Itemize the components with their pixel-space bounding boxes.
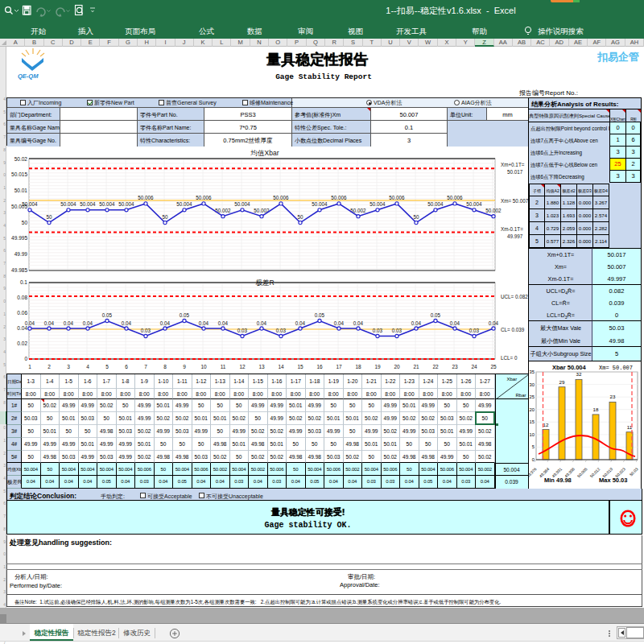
svg-text:29: 29 xyxy=(559,379,565,385)
svg-text:0.04: 0.04 xyxy=(257,320,267,326)
svg-text:15: 15 xyxy=(530,419,535,424)
svg-text:UCL= 0.082: UCL= 0.082 xyxy=(501,294,528,299)
svg-text:25: 25 xyxy=(490,364,497,369)
svg-text:0.05: 0.05 xyxy=(180,312,190,318)
svg-text:50.006: 50.006 xyxy=(196,195,212,200)
svg-text:0.04: 0.04 xyxy=(218,320,229,326)
svg-text:8: 8 xyxy=(163,364,167,369)
svg-text:Xm= 50.007: Xm= 50.007 xyxy=(599,365,633,371)
svg-text:2: 2 xyxy=(47,364,51,369)
svg-text:0.04: 0.04 xyxy=(17,325,27,331)
svg-text:50.006: 50.006 xyxy=(331,195,347,200)
svg-text:50.005: 50.005 xyxy=(576,466,588,478)
svg-text:0.03: 0.03 xyxy=(237,328,248,333)
svg-text:0.03: 0.03 xyxy=(373,328,383,333)
svg-text:12: 12 xyxy=(543,422,549,427)
svg-text:50.004: 50.004 xyxy=(466,201,482,207)
svg-text:50.004: 50.004 xyxy=(22,201,38,207)
svg-text:21: 21 xyxy=(413,364,419,369)
svg-text:50.004: 50.004 xyxy=(118,201,134,207)
svg-text:11: 11 xyxy=(221,364,226,369)
svg-text:50.006: 50.006 xyxy=(447,195,463,200)
svg-text:1: 1 xyxy=(28,364,31,369)
svg-text:50.01: 50.01 xyxy=(14,188,28,193)
svg-text:50: 50 xyxy=(297,214,303,220)
svg-text:Xm+0.1T=: Xm+0.1T= xyxy=(501,162,525,167)
svg-text:23: 23 xyxy=(610,394,616,399)
svg-text:极差R: 极差R xyxy=(255,279,274,287)
svg-text:LCL= 0: LCL= 0 xyxy=(501,355,518,361)
svg-text:0.04: 0.04 xyxy=(122,320,132,326)
svg-text:0.03: 0.03 xyxy=(276,328,287,333)
svg-text:5: 5 xyxy=(105,364,109,369)
svg-text:0.05: 0.05 xyxy=(102,312,113,318)
svg-text:50.02: 50.02 xyxy=(14,156,28,162)
svg-text:0.04: 0.04 xyxy=(334,320,345,326)
svg-text:0.04: 0.04 xyxy=(489,320,499,326)
svg-text:18: 18 xyxy=(355,364,361,369)
svg-text:Min 49.98: Min 49.98 xyxy=(544,477,572,484)
svg-text:50.017: 50.017 xyxy=(507,169,523,175)
svg-text:50.006: 50.006 xyxy=(273,195,289,200)
svg-text:49.99: 49.99 xyxy=(14,251,28,257)
svg-text:3: 3 xyxy=(67,364,70,369)
svg-text:12: 12 xyxy=(239,364,246,369)
svg-text:0.03: 0.03 xyxy=(141,328,151,333)
svg-text:0.05: 0.05 xyxy=(431,312,441,318)
svg-text:0.04: 0.04 xyxy=(353,320,364,326)
svg-text:50.015: 50.015 xyxy=(11,171,27,177)
svg-text:16: 16 xyxy=(316,364,323,369)
svg-text:0: 0 xyxy=(24,356,27,361)
svg-text:0.03: 0.03 xyxy=(469,328,480,333)
svg-text:50.006: 50.006 xyxy=(389,195,405,200)
svg-text:30: 30 xyxy=(530,382,535,387)
svg-text:49.995: 49.995 xyxy=(11,235,27,241)
svg-text:18: 18 xyxy=(593,407,599,412)
svg-text:5: 5 xyxy=(532,444,535,449)
svg-text:22: 22 xyxy=(432,364,439,369)
svg-text:10: 10 xyxy=(530,432,535,437)
svg-text:19: 19 xyxy=(374,364,381,369)
svg-text:35: 35 xyxy=(530,369,535,374)
svg-text:均值Xbar: 均值Xbar xyxy=(250,149,279,157)
svg-text:0.03: 0.03 xyxy=(392,328,402,333)
svg-text:9: 9 xyxy=(183,364,186,369)
svg-text:0.04: 0.04 xyxy=(83,320,93,326)
svg-text:0: 0 xyxy=(532,457,535,462)
svg-text:Xm-0.1T=: Xm-0.1T= xyxy=(501,226,523,232)
svg-text:0.04: 0.04 xyxy=(199,320,209,326)
svg-text:49.985: 49.985 xyxy=(11,267,27,273)
svg-text:0.1: 0.1 xyxy=(20,279,27,285)
svg-text:23: 23 xyxy=(452,364,458,369)
svg-text:24: 24 xyxy=(471,364,477,369)
svg-text:50.004: 50.004 xyxy=(80,201,96,207)
svg-text:0.06: 0.06 xyxy=(17,310,27,316)
svg-text:50.004: 50.004 xyxy=(312,201,328,207)
svg-text:Xm= 50.007: Xm= 50.007 xyxy=(501,198,529,204)
svg-text:50.004: 50.004 xyxy=(60,201,76,207)
svg-text:50.004: 50.004 xyxy=(369,201,386,207)
svg-text:15: 15 xyxy=(297,364,303,369)
svg-text:49.997: 49.997 xyxy=(507,233,523,239)
svg-text:50.004: 50.004 xyxy=(99,201,115,207)
svg-text:50.004: 50.004 xyxy=(427,201,444,207)
svg-text:50.004: 50.004 xyxy=(176,201,192,207)
svg-text:49.976: 49.976 xyxy=(528,466,538,478)
svg-text:50: 50 xyxy=(162,214,168,220)
svg-text:50: 50 xyxy=(46,214,52,220)
svg-text:0.04: 0.04 xyxy=(411,320,422,326)
svg-text:0.02: 0.02 xyxy=(17,341,27,346)
svg-text:QE-QM: QE-QM xyxy=(18,72,39,80)
svg-text:32: 32 xyxy=(576,371,582,377)
svg-text:0.08: 0.08 xyxy=(17,295,27,300)
svg-text:13: 13 xyxy=(258,364,265,369)
svg-text:0.04: 0.04 xyxy=(25,320,35,326)
svg-text:17: 17 xyxy=(336,364,342,369)
svg-text:50: 50 xyxy=(413,214,419,220)
svg-text:0.04: 0.04 xyxy=(160,320,171,326)
svg-text:20: 20 xyxy=(394,364,400,369)
svg-text:0.04: 0.04 xyxy=(64,320,74,326)
svg-text:0.05: 0.05 xyxy=(315,312,325,318)
svg-text:14: 14 xyxy=(278,364,284,369)
svg-text:Xbar 50.004: Xbar 50.004 xyxy=(552,364,587,371)
